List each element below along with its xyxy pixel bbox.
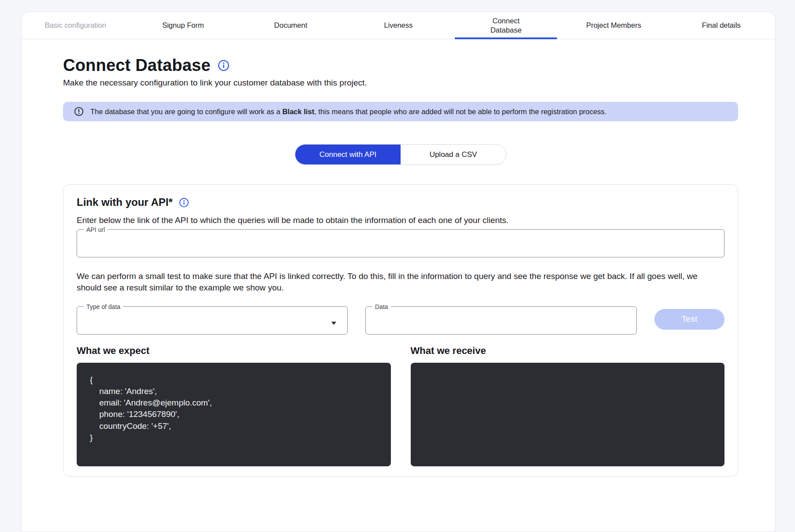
receive-column: What we receive — [411, 345, 725, 466]
expect-receive-columns: What we expect { name: 'Andres', email: … — [77, 345, 724, 466]
blacklist-alert-banner: The database that you are going to confi… — [63, 102, 738, 121]
link-api-card: Link with your API* Enter below the link… — [63, 184, 738, 476]
expect-heading: What we expect — [77, 345, 391, 357]
data-label: Data — [372, 304, 391, 310]
connect-with-api-button[interactable]: Connect with API — [295, 145, 401, 164]
chevron-down-icon[interactable] — [331, 321, 337, 325]
tab-label: Signup Form — [162, 21, 204, 30]
tab-label: Document — [274, 21, 307, 30]
page-content: Connect Database Make the necessary conf… — [22, 56, 775, 476]
page-subtitle: Make the necessary configuration to link… — [63, 78, 738, 88]
upload-csv-button[interactable]: Upload a CSV — [401, 145, 506, 164]
info-icon[interactable] — [218, 60, 230, 71]
receive-code-block — [411, 363, 725, 466]
tab-final-details[interactable]: Final details — [668, 12, 775, 39]
test-button[interactable]: Test — [654, 309, 724, 330]
info-icon[interactable] — [179, 197, 189, 208]
receive-heading: What we receive — [411, 345, 725, 357]
test-intro-text: We can perform a small test to make sure… — [77, 271, 720, 294]
tab-label: Final details — [702, 21, 741, 30]
test-row: Type of data Data Test — [77, 304, 724, 335]
type-of-data-field[interactable]: Type of data — [77, 304, 348, 335]
page-title: Connect Database — [63, 56, 211, 75]
data-input[interactable] — [366, 310, 636, 324]
wizard-step-tabs: Basic configuration Signup Form Document… — [22, 12, 775, 39]
card-heading: Link with your API* — [77, 196, 173, 208]
card-description: Enter below the link of the API to which… — [77, 215, 724, 227]
tab-basic-configuration[interactable]: Basic configuration — [22, 12, 129, 39]
tab-document[interactable]: Document — [237, 12, 345, 39]
api-url-field: API url — [77, 227, 724, 257]
tab-connect-database[interactable]: Connect Database — [452, 12, 560, 39]
tab-label: Connect Database — [479, 16, 532, 34]
expect-code-block: { name: 'Andres', email: 'Andres@ejemplo… — [77, 363, 391, 466]
tab-label: Liveness — [384, 21, 412, 30]
tab-signup-form[interactable]: Signup Form — [129, 12, 237, 39]
type-of-data-label: Type of data — [84, 304, 123, 310]
tab-label: Project Members — [586, 21, 641, 30]
alert-text: The database that you are going to confi… — [90, 108, 606, 116]
tab-project-members[interactable]: Project Members — [560, 12, 667, 39]
type-of-data-select[interactable] — [77, 310, 347, 324]
data-field: Data — [365, 304, 637, 335]
wizard-panel: Basic configuration Signup Form Document… — [21, 11, 776, 532]
expect-code: { name: 'Andres', email: 'Andres@ejemplo… — [90, 374, 378, 443]
tab-liveness[interactable]: Liveness — [345, 12, 452, 39]
expect-column: What we expect { name: 'Andres', email: … — [77, 345, 391, 466]
exclamation-icon — [74, 107, 84, 116]
api-url-label: API url — [84, 227, 108, 233]
api-url-input[interactable] — [77, 233, 724, 247]
database-source-toggle: Connect with API Upload a CSV — [295, 144, 506, 165]
tab-label: Basic configuration — [45, 21, 106, 30]
